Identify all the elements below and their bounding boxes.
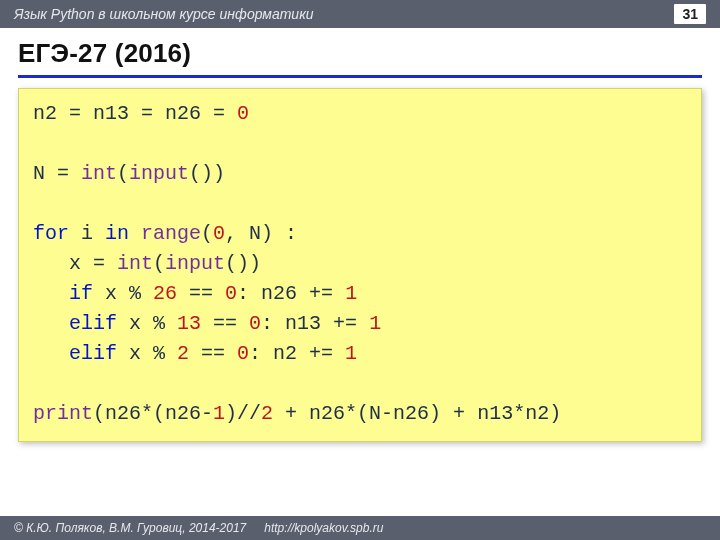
slide-footer: © К.Ю. Поляков, В.М. Гуровиц, 2014-2017 …: [0, 516, 720, 540]
slide-title: ЕГЭ-27 (2016): [18, 38, 702, 69]
code-line: N = int(input()): [33, 162, 225, 185]
code-line: if x % 26 == 0: n26 += 1: [33, 282, 357, 305]
code-container: n2 = n13 = n26 = 0 N = int(input()) for …: [0, 78, 720, 442]
footer-link[interactable]: http://kpolyakov.spb.ru: [264, 521, 383, 535]
course-name: Язык Python в школьном курсе информатики: [14, 6, 314, 22]
code-block: n2 = n13 = n26 = 0 N = int(input()) for …: [18, 88, 702, 442]
page-number: 31: [674, 4, 706, 24]
code-line: n2 = n13 = n26 = 0: [33, 102, 249, 125]
code-line: x = int(input()): [33, 252, 261, 275]
title-block: ЕГЭ-27 (2016): [0, 28, 720, 78]
copyright-text: © К.Ю. Поляков, В.М. Гуровиц, 2014-2017: [14, 521, 246, 535]
code-line: elif x % 13 == 0: n13 += 1: [33, 312, 381, 335]
code-line: for i in range(0, N) :: [33, 222, 297, 245]
code-line: elif x % 2 == 0: n2 += 1: [33, 342, 357, 365]
slide-header: Язык Python в школьном курсе информатики…: [0, 0, 720, 28]
code-line: print(n26*(n26-1)//2 + n26*(N-n26) + n13…: [33, 402, 561, 425]
